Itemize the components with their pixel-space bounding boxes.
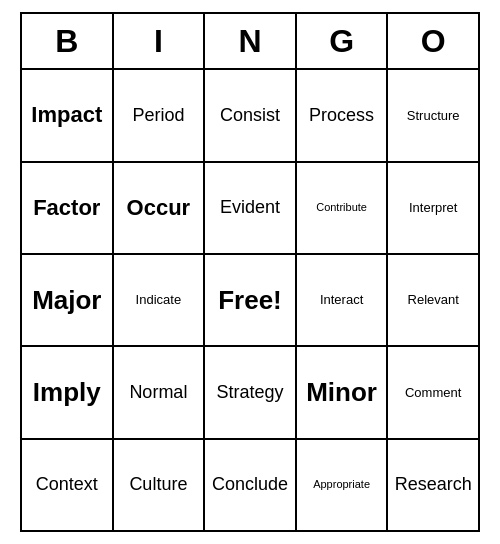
row-1: FactorOccurEvidentContributeInterpret xyxy=(22,163,478,255)
cell-text: Structure xyxy=(407,108,460,124)
cell-r0-c4: Structure xyxy=(388,70,478,160)
row-0: ImpactPeriodConsistProcessStructure xyxy=(22,70,478,162)
cell-r0-c2: Consist xyxy=(205,70,297,160)
cell-text: Normal xyxy=(129,382,187,404)
cell-r4-c3: Appropriate xyxy=(297,440,389,530)
cell-text: Minor xyxy=(306,377,377,408)
cell-r4-c1: Culture xyxy=(114,440,206,530)
cell-text: Consist xyxy=(220,105,280,127)
cell-r0-c1: Period xyxy=(114,70,206,160)
cell-text: Culture xyxy=(129,474,187,496)
cell-r1-c1: Occur xyxy=(114,163,206,253)
cell-r1-c2: Evident xyxy=(205,163,297,253)
cell-r4-c4: Research xyxy=(388,440,478,530)
cell-r4-c2: Conclude xyxy=(205,440,297,530)
cell-r3-c2: Strategy xyxy=(205,347,297,437)
cell-r1-c4: Interpret xyxy=(388,163,478,253)
cell-text: Imply xyxy=(33,377,101,408)
cell-text: Factor xyxy=(33,195,100,221)
cell-text: Context xyxy=(36,474,98,496)
cell-r1-c3: Contribute xyxy=(297,163,389,253)
header-letter-i: I xyxy=(114,14,206,68)
header-letter-g: G xyxy=(297,14,389,68)
cell-text: Comment xyxy=(405,385,461,401)
header-letter-b: B xyxy=(22,14,114,68)
cell-r2-c3: Interact xyxy=(297,255,389,345)
cell-r2-c2: Free! xyxy=(205,255,297,345)
cell-r1-c0: Factor xyxy=(22,163,114,253)
header-letter-n: N xyxy=(205,14,297,68)
cell-text: Impact xyxy=(31,102,102,128)
cell-r3-c1: Normal xyxy=(114,347,206,437)
cell-r3-c3: Minor xyxy=(297,347,389,437)
cell-text: Appropriate xyxy=(313,478,370,491)
cell-text: Contribute xyxy=(316,201,367,214)
bingo-grid: ImpactPeriodConsistProcessStructureFacto… xyxy=(22,70,478,530)
cell-text: Conclude xyxy=(212,474,288,496)
cell-text: Process xyxy=(309,105,374,127)
cell-r4-c0: Context xyxy=(22,440,114,530)
header-letter-o: O xyxy=(388,14,478,68)
row-3: ImplyNormalStrategyMinorComment xyxy=(22,347,478,439)
cell-text: Interpret xyxy=(409,200,457,216)
cell-text: Major xyxy=(32,285,101,316)
cell-text: Indicate xyxy=(136,292,182,308)
cell-text: Occur xyxy=(127,195,191,221)
cell-text: Period xyxy=(132,105,184,127)
cell-r2-c0: Major xyxy=(22,255,114,345)
cell-text: Relevant xyxy=(408,292,459,308)
bingo-card: BINGO ImpactPeriodConsistProcessStructur… xyxy=(20,12,480,532)
cell-text: Strategy xyxy=(216,382,283,404)
cell-r3-c0: Imply xyxy=(22,347,114,437)
cell-r3-c4: Comment xyxy=(388,347,478,437)
cell-r0-c3: Process xyxy=(297,70,389,160)
cell-text: Interact xyxy=(320,292,363,308)
row-2: MajorIndicateFree!InteractRelevant xyxy=(22,255,478,347)
cell-r2-c1: Indicate xyxy=(114,255,206,345)
cell-text: Research xyxy=(395,474,472,496)
cell-r2-c4: Relevant xyxy=(388,255,478,345)
cell-r0-c0: Impact xyxy=(22,70,114,160)
bingo-header: BINGO xyxy=(22,14,478,70)
cell-text: Free! xyxy=(218,285,282,316)
row-4: ContextCultureConcludeAppropriateResearc… xyxy=(22,440,478,530)
cell-text: Evident xyxy=(220,197,280,219)
